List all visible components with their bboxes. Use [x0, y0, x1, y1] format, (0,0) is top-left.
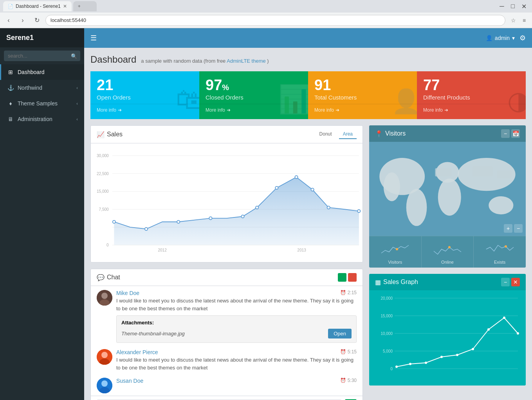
chat-attachment: Attachments: Theme-thumbnail-image.jpg O…	[116, 315, 357, 343]
mini-chart-exists: Exists	[474, 236, 526, 268]
sidebar-item-dashboard[interactable]: ⊞ Dashboard	[0, 64, 84, 80]
mini-chart-label: Exists	[477, 260, 523, 264]
svg-rect-44	[497, 170, 511, 179]
sidebar-item-administration[interactable]: 🖥 Administration ‹	[0, 111, 84, 127]
content-grid: 📈 Sales Donut Area	[90, 125, 526, 400]
sales-chart-title: 📈 Sales	[97, 131, 123, 138]
avatar	[97, 378, 112, 393]
svg-point-20	[311, 188, 314, 191]
avatar	[97, 290, 112, 306]
visitors-zoom-controls: + −	[504, 224, 523, 233]
svg-point-32	[101, 380, 108, 387]
svg-rect-42	[435, 168, 451, 176]
chat-content: Alexander Pierce ⏰ 5:15 I would like to …	[116, 349, 357, 371]
svg-text:5,000: 5,000	[383, 349, 393, 353]
close-button[interactable]: ✕	[519, 1, 529, 11]
svg-point-41	[489, 196, 513, 214]
main-content: ☰ 👤 admin ▾ ⚙ Dashboard	[84, 28, 532, 400]
refresh-button[interactable]: ↻	[31, 15, 42, 26]
svg-point-22	[357, 210, 360, 212]
person-plus-icon: 👤	[391, 87, 417, 115]
bar-chart-icon: 📊	[278, 83, 308, 115]
adminlte-link[interactable]: AdminLTE theme	[227, 58, 265, 64]
back-button[interactable]: ‹	[3, 15, 14, 26]
sidebar-item-theme-samples[interactable]: ♦ Theme Samples ‹	[0, 96, 84, 111]
attachment-title: Attachments:	[121, 320, 352, 326]
app-container: Serene1 🔍 ⊞ Dashboard ⚓ Northwind	[0, 28, 532, 400]
stat-box-open-orders: 21 Open Orders More info ➜ 🛍	[90, 71, 199, 119]
left-column: 📈 Sales Donut Area	[90, 125, 363, 400]
chat-username: Susan Doe	[116, 378, 143, 384]
attachment-filename: Theme-thumbnail-image.jpg	[121, 331, 185, 337]
visitors-box: 📍 Visitors − 📅	[369, 125, 526, 268]
search-input[interactable]	[4, 51, 80, 61]
arrow-right-icon: ➜	[227, 107, 231, 113]
sales-area-chart: 30,000 22,500 15,000 7,500 0	[91, 147, 362, 257]
zoom-out-button[interactable]: −	[514, 224, 523, 233]
settings-gear-icon[interactable]: ⚙	[519, 34, 526, 42]
sales-graph-minimize-button[interactable]: −	[501, 278, 510, 286]
tab-close-button[interactable]: ✕	[63, 4, 67, 9]
mini-chart-label: Online	[425, 260, 471, 264]
menu-icon[interactable]: ≡	[519, 16, 529, 25]
arrow-right-icon: ➜	[118, 107, 122, 113]
arrow-right-icon: ➜	[335, 107, 339, 113]
tab-donut[interactable]: Donut	[316, 130, 336, 139]
chevron-right-icon: ‹	[76, 85, 78, 90]
chat-header: 💬 Chat	[91, 269, 362, 286]
chevron-right-icon: ‹	[76, 101, 78, 106]
sidebar-item-northwind[interactable]: ⚓ Northwind ‹	[0, 80, 84, 96]
chat-content: Susan Doe ⏰ 5:30	[116, 378, 357, 393]
sales-graph-close-button[interactable]: ✕	[511, 278, 520, 286]
chat-red-button[interactable]	[348, 273, 357, 282]
page-header: Dashboard a sample with random data (fro…	[90, 54, 526, 65]
user-menu[interactable]: 👤 admin ▾	[486, 35, 515, 41]
visitors-calendar-button[interactable]: 📅	[511, 129, 520, 138]
svg-rect-43	[472, 166, 493, 176]
new-tab-button[interactable]: +	[73, 1, 97, 11]
sidebar-search-container: 🔍	[0, 47, 84, 64]
svg-text:10,000: 10,000	[381, 331, 393, 336]
zoom-in-button[interactable]: +	[504, 224, 512, 233]
svg-point-36	[384, 172, 400, 201]
svg-point-39	[438, 179, 461, 216]
open-attachment-button[interactable]: Open	[328, 329, 352, 338]
stat-box-products: 77 Different Products More info ➜ ◑	[417, 71, 526, 119]
visitors-minimize-button[interactable]: −	[501, 129, 510, 138]
page-subtitle: a sample with random data (from free Adm…	[141, 58, 269, 64]
svg-text:0: 0	[390, 367, 393, 371]
forward-button[interactable]: ›	[17, 15, 28, 26]
chevron-right-icon: ‹	[76, 117, 78, 121]
svg-point-16	[241, 215, 244, 218]
diamond-icon: ♦	[7, 100, 14, 107]
maximize-button[interactable]: □	[508, 1, 518, 11]
svg-point-65	[503, 317, 505, 319]
right-column: 📍 Visitors − 📅	[369, 125, 526, 400]
sales-graph-body: 20,000 15,000 10,000 5,000 0	[369, 290, 526, 386]
visitors-map: + −	[369, 142, 526, 236]
svg-point-64	[487, 328, 490, 331]
minimize-button[interactable]: ─	[497, 1, 507, 11]
svg-point-62	[456, 354, 458, 356]
active-browser-tab[interactable]: 📄 Dashboard - Serene1 ✕	[3, 1, 72, 11]
sidebar-item-label: Northwind	[18, 85, 76, 91]
hamburger-menu-icon[interactable]: ☰	[90, 34, 97, 42]
svg-text:30,000: 30,000	[97, 154, 109, 158]
svg-text:15,000: 15,000	[97, 189, 109, 194]
chat-text: I would like to meet you to discuss the …	[116, 356, 357, 371]
world-map-svg	[369, 144, 526, 234]
visitors-sparkline	[379, 239, 411, 257]
mini-chart-online: Online	[422, 236, 474, 268]
svg-point-12	[113, 221, 115, 223]
chat-messages: Mike Doe ⏰ 2:15 I would like to meet you…	[91, 286, 362, 396]
visitors-header: 📍 Visitors − 📅	[369, 125, 526, 142]
bookmark-star-icon[interactable]: ☆	[509, 16, 518, 25]
svg-point-63	[472, 348, 474, 350]
svg-text:20,000: 20,000	[381, 296, 393, 300]
tab-area[interactable]: Area	[339, 130, 357, 139]
svg-text:15,000: 15,000	[381, 314, 393, 318]
address-bar[interactable]: localhost:55440	[45, 15, 505, 26]
chat-green-button[interactable]	[338, 273, 346, 282]
sales-graph-chart: 20,000 15,000 10,000 5,000 0	[373, 294, 522, 380]
avatar	[97, 349, 112, 365]
